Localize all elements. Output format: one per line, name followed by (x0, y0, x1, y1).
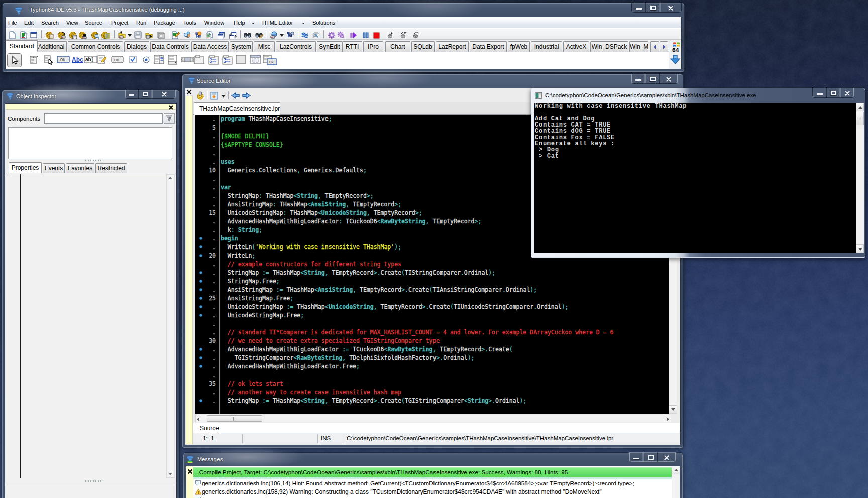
svg-text:ab: ab (85, 57, 91, 62)
svg-text:0k: 0k (60, 57, 65, 62)
svg-text:on: on (114, 57, 119, 62)
svg-text:Abc: Abc (72, 56, 83, 63)
svg-text:0k: 0k (269, 60, 274, 64)
